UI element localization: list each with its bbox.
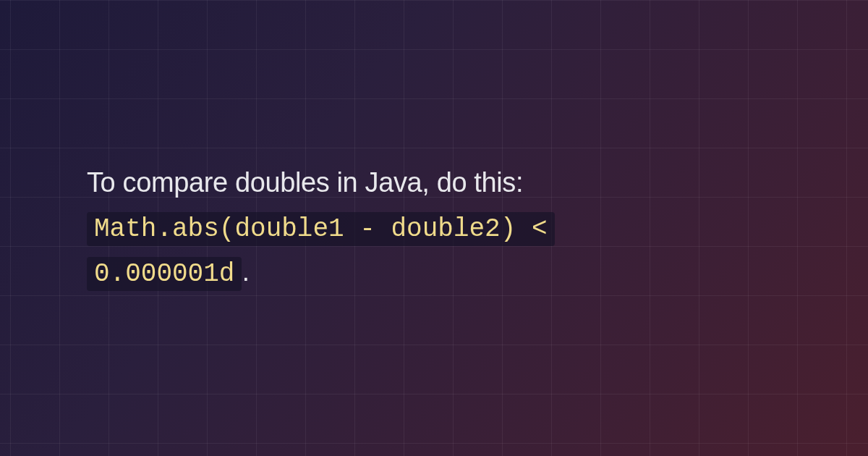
intro-text: To compare doubles in Java, do this:: [87, 167, 523, 198]
code-snippet-line2: 0.000001d: [87, 257, 242, 291]
main-content: To compare doubles in Java, do this: Mat…: [0, 161, 642, 295]
code-snippet-line1: Math.abs(double1 - double2) <: [87, 212, 555, 246]
trailing-period: .: [242, 256, 249, 287]
text-block: To compare doubles in Java, do this: Mat…: [87, 161, 555, 295]
